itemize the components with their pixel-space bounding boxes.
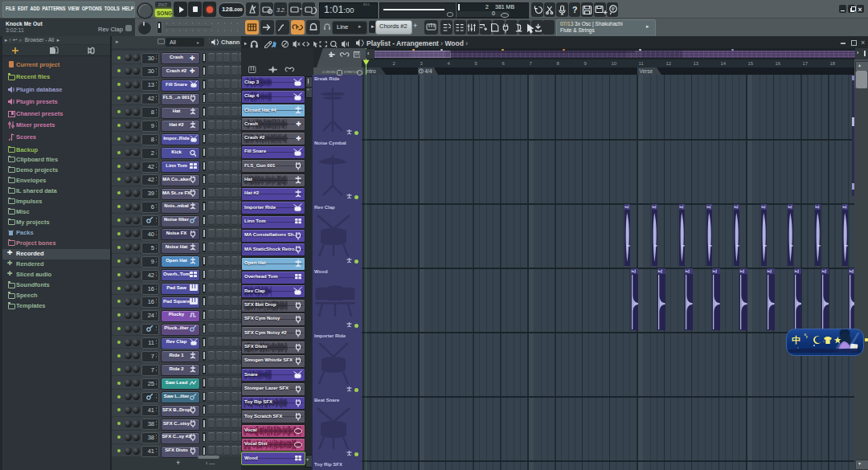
svg-text:4/4: 4/4 [424, 68, 432, 74]
svg-text:Intro: Intro [366, 68, 376, 74]
svg-text:Verse: Verse [639, 68, 653, 74]
svg-text:?: ? [572, 5, 577, 14]
svg-text:3.2.: 3.2. [276, 7, 286, 13]
